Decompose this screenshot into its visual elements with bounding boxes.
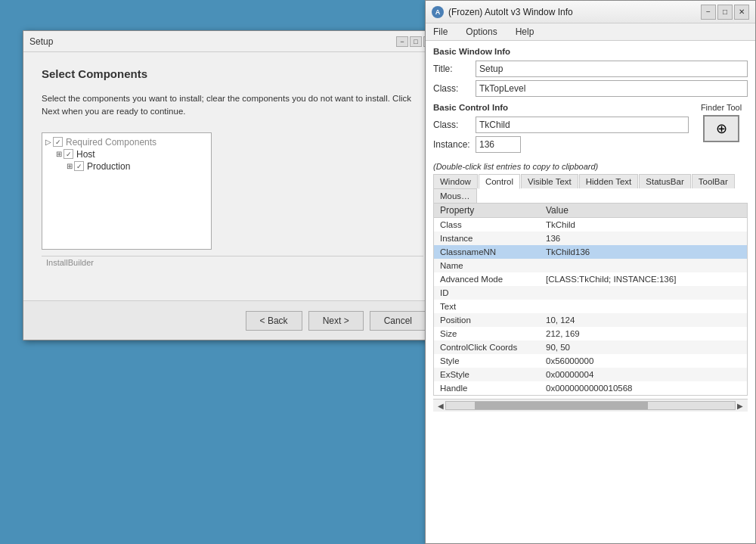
control-class-input[interactable] <box>476 117 689 133</box>
class-value-input[interactable] <box>476 80 748 97</box>
finder-tool-box: Finder Tool ⊕ <box>695 103 748 142</box>
prop-property-cell: Instance <box>434 232 540 245</box>
basic-control-info-title: Basic Control Info <box>433 103 689 112</box>
tab-content: Property Value ClassTkChildInstance136Cl… <box>433 204 748 396</box>
production-checkbox[interactable]: ✓ <box>74 161 84 171</box>
autoit-body: Basic Window Info Title: Class: Basic Co… <box>426 41 755 418</box>
table-row[interactable]: Advanced Mode[CLASS:TkChild; INSTANCE:13… <box>434 272 747 286</box>
host-item: ⊞ ✓ Host <box>45 148 208 160</box>
title-value-input[interactable] <box>476 61 748 77</box>
prop-value-cell: 10, 124 <box>540 313 747 327</box>
prop-property-cell: ExStyle <box>434 368 540 381</box>
tab-window[interactable]: Window <box>433 174 478 188</box>
double-click-note: (Double-click list entries to copy to cl… <box>433 162 748 171</box>
tab-statusbar[interactable]: StatusBar <box>639 174 691 188</box>
prop-property-cell: Handle <box>434 381 540 395</box>
production-label: Production <box>87 161 130 172</box>
table-row[interactable]: Handle0x0000000000010568 <box>434 381 747 395</box>
autoit-minimize-btn[interactable]: − <box>701 5 716 20</box>
setup-content: Select Components Select the components … <box>23 52 442 282</box>
next-button[interactable]: Next > <box>308 311 364 331</box>
finder-tool-label: Finder Tool <box>701 103 742 112</box>
autoit-title-left: A (Frozen) AutoIt v3 Window Info <box>432 6 573 18</box>
prop-value-cell: [CLASS:TkChild; INSTANCE:136] <box>540 272 747 286</box>
production-item: ⊞ ✓ Production <box>45 160 208 173</box>
tab-mous-[interactable]: Mous… <box>433 188 477 203</box>
cancel-button[interactable]: Cancel <box>370 311 426 331</box>
required-components-item: ▷ ✓ Required Components <box>45 136 208 148</box>
scrollbar-area: ◀ ▶ <box>433 399 748 412</box>
back-button[interactable]: < Back <box>246 311 302 331</box>
control-info-left: Basic Control Info Class: Instance: <box>433 103 689 156</box>
table-row[interactable]: Position10, 124 <box>434 313 747 327</box>
required-label: Required Components <box>66 137 156 148</box>
prop-property-cell: ID <box>434 286 540 300</box>
table-row[interactable]: ID <box>434 286 747 300</box>
scrollbar-thumb <box>475 402 648 409</box>
table-row[interactable]: ControlClick Coords90, 50 <box>434 340 747 354</box>
prop-col-value: Value <box>546 205 569 216</box>
control-instance-label: Instance: <box>433 139 471 150</box>
required-expand-icon: ▷ <box>45 138 51 146</box>
control-instance-row: Instance: <box>433 136 689 153</box>
prop-property-cell: ControlClick Coords <box>434 340 540 354</box>
table-row[interactable]: Name <box>434 259 747 272</box>
prop-value-cell: 90, 50 <box>540 340 747 354</box>
prop-value-cell <box>540 286 747 300</box>
prop-value-cell: TkChild <box>540 218 747 232</box>
table-row[interactable]: Size212, 169 <box>434 327 747 340</box>
prop-value-cell: 0x0000000000010568 <box>540 381 747 395</box>
required-checkbox[interactable]: ✓ <box>53 137 63 147</box>
prop-property-cell: Class <box>434 218 540 232</box>
table-row[interactable]: Instance136 <box>434 232 747 245</box>
setup-heading: Select Components <box>42 67 423 80</box>
autoit-window: A (Frozen) AutoIt v3 Window Info − □ ✕ F… <box>425 0 756 544</box>
class-label: Class: <box>433 83 471 94</box>
autoit-close-btn[interactable]: ✕ <box>734 5 749 20</box>
table-row[interactable]: Text <box>434 300 747 313</box>
tab-hidden-text[interactable]: Hidden Text <box>579 174 639 188</box>
setup-titlebar: Setup − □ ✕ <box>23 31 442 52</box>
scrollbar-track[interactable] <box>445 401 736 410</box>
autoit-window-title: (Frozen) AutoIt v3 Window Info <box>448 7 573 17</box>
scroll-left-btn[interactable]: ◀ <box>436 402 445 410</box>
control-class-row: Class: <box>433 117 689 133</box>
prop-table-header: Property Value <box>434 204 747 218</box>
title-row: Title: <box>433 61 748 77</box>
prop-property-cell: Text <box>434 300 540 313</box>
setup-minimize-btn[interactable]: − <box>396 36 408 47</box>
setup-description: Select the components you want to instal… <box>42 92 423 119</box>
table-row[interactable]: ExStyle0x00000004 <box>434 368 747 381</box>
table-row[interactable]: ClassTkChild <box>434 218 747 232</box>
table-row[interactable]: Style0x56000000 <box>434 354 747 368</box>
title-label: Title: <box>433 64 471 74</box>
prop-col-property: Property <box>440 205 546 216</box>
prop-value-cell <box>540 300 747 313</box>
autoit-title-buttons: − □ ✕ <box>701 5 749 20</box>
control-class-label: Class: <box>433 120 471 130</box>
control-instance-input[interactable] <box>476 136 521 153</box>
finder-tool-button[interactable]: ⊕ <box>703 115 739 142</box>
tab-visible-text[interactable]: Visible Text <box>521 174 578 188</box>
autoit-titlebar: A (Frozen) AutoIt v3 Window Info − □ ✕ <box>426 1 755 23</box>
menu-options[interactable]: Options <box>461 25 501 39</box>
setup-window: Setup − □ ✕ Select Components Select the… <box>23 30 442 340</box>
crosshair-icon: ⊕ <box>716 120 727 137</box>
basic-window-info-title: Basic Window Info <box>433 47 748 56</box>
host-checkbox[interactable]: ✓ <box>64 149 73 159</box>
prop-value-cell <box>540 259 747 272</box>
tab-control[interactable]: Control <box>479 174 520 189</box>
menu-file[interactable]: File <box>429 25 452 39</box>
class-row: Class: <box>433 80 748 97</box>
prop-property-cell: ClassnameNN <box>434 245 540 259</box>
setup-restore-btn[interactable]: □ <box>410 36 422 47</box>
tab-toolbar[interactable]: ToolBar <box>692 174 735 188</box>
basic-control-section: Basic Control Info Class: Instance: Find… <box>433 103 748 156</box>
table-row[interactable]: ClassnameNNTkChild136 <box>434 245 747 259</box>
scroll-right-btn[interactable]: ▶ <box>736 402 745 410</box>
prop-property-cell: Style <box>434 354 540 368</box>
autoit-app-icon: A <box>432 6 444 18</box>
host-label: Host <box>76 149 95 160</box>
menu-help[interactable]: Help <box>511 25 539 39</box>
autoit-restore-btn[interactable]: □ <box>717 5 733 20</box>
